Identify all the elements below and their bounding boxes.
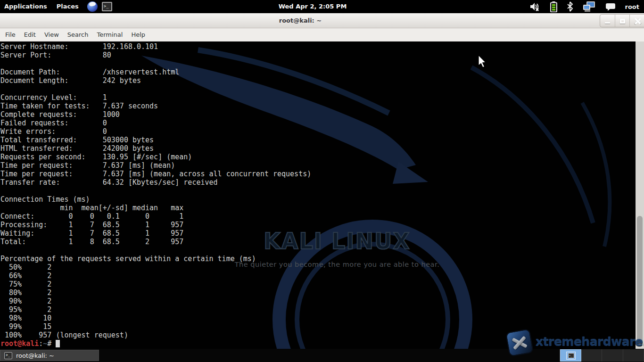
desktop: Applications Places >_ Wed Apr 2, 2:05 P…	[0, 0, 644, 362]
window-controls	[600, 14, 644, 27]
menu-file[interactable]: File	[1, 28, 20, 41]
menu-edit[interactable]: Edit	[20, 28, 40, 41]
workspace-4[interactable]	[623, 349, 644, 362]
workspace-switcher: >_	[560, 349, 644, 362]
menu-search[interactable]: Search	[63, 28, 93, 41]
menu-help[interactable]: Help	[127, 28, 149, 41]
taskbar-button-terminal[interactable]: >_ root@kali: ~	[0, 350, 99, 361]
prompt-separator: :	[39, 339, 43, 348]
terminal-menubar: File Edit View Search Terminal Help	[0, 28, 644, 41]
battery-icon[interactable]	[550, 1, 557, 12]
workspace-2[interactable]	[581, 349, 603, 362]
workspace-1[interactable]: >_	[560, 349, 581, 362]
bottom-panel: >_ root@kali: ~ >_	[0, 349, 644, 362]
minimize-button[interactable]	[600, 15, 615, 27]
terminal-icon: >_	[4, 352, 12, 359]
terminal-icon: >_	[568, 353, 574, 358]
maximize-button[interactable]	[615, 15, 629, 27]
close-icon	[634, 18, 641, 25]
scrollbar-thumb[interactable]	[637, 216, 643, 347]
workspace-3[interactable]	[602, 349, 623, 362]
minimize-icon	[605, 22, 610, 24]
volume-muted-icon[interactable]	[529, 1, 541, 12]
display-network-icon[interactable]	[583, 1, 596, 12]
bluetooth-icon[interactable]	[567, 1, 573, 12]
system-tray: root	[529, 0, 644, 13]
workspace-window-thumbnail: >_	[566, 352, 576, 360]
terminal-screen[interactable]: KALI LINUX The quieter you become, the m…	[0, 41, 644, 349]
user-menu[interactable]: root	[625, 3, 640, 10]
menu-view[interactable]: View	[40, 28, 63, 41]
maximize-icon	[620, 19, 625, 24]
terminal-cursor	[56, 340, 60, 347]
prompt-path: ~	[43, 339, 47, 348]
task-button-label: root@kali: ~	[16, 352, 54, 359]
terminal-window-titlebar[interactable]: root@kali: ~	[0, 13, 644, 28]
mouse-cursor-icon	[478, 55, 487, 69]
window-title: root@kali: ~	[0, 13, 601, 28]
chat-bubble-icon[interactable]	[605, 2, 616, 11]
menu-terminal[interactable]: Terminal	[92, 28, 127, 41]
terminal-prompt: root@kali:~#	[0, 339, 60, 348]
prompt-symbol: #	[47, 339, 56, 348]
prompt-user: root@kali	[0, 339, 39, 348]
top-panel: Applications Places >_ Wed Apr 2, 2:05 P…	[0, 0, 644, 13]
terminal-output: Server Hostname: 192.168.0.101 Server Po…	[0, 42, 311, 339]
terminal-scrollbar[interactable]	[636, 41, 644, 349]
close-button[interactable]	[629, 15, 644, 27]
